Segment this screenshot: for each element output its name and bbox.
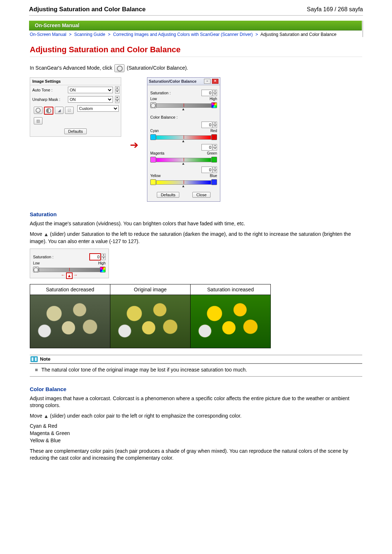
scroll-up-down[interactable]: ▴▾: [115, 86, 119, 94]
compare-h1: Saturation decreased: [30, 284, 110, 295]
breadcrumb-current: Adjusting Saturation and Color Balance: [260, 32, 336, 37]
compare-h3: Saturation increased: [191, 284, 271, 295]
unsharp-mask-select[interactable]: ON: [68, 96, 113, 103]
compare-image-increased: [191, 295, 270, 348]
pair-yellow-blue: Yellow & Blue: [30, 438, 362, 443]
intro-post: (Saturation/Color Balance).: [127, 65, 188, 71]
dialog-close-icon[interactable]: ✕: [212, 79, 219, 84]
dialog-defaults-button[interactable]: Defaults: [157, 192, 179, 198]
intro-line: In ScanGear's Advanced Mode, click (Satu…: [30, 64, 362, 72]
note-icon: [30, 356, 38, 362]
saturation-p2: Move ▲ (slider) under Saturation to the …: [30, 231, 362, 245]
ill-high: High: [98, 261, 106, 265]
breadcrumb-link-0[interactable]: On-Screen Manual: [30, 32, 66, 37]
arrow-right-icon: ➔: [130, 128, 138, 151]
dlg-cyan-red-slider[interactable]: ▲: [150, 134, 217, 142]
ill-saturation-input[interactable]: [89, 253, 101, 260]
note-box: Note ■ The natural color tone of the ori…: [30, 355, 362, 377]
section-saturation-heading: Saturation: [30, 211, 362, 217]
blue-swatch-icon: [211, 179, 217, 185]
saturation-compare-table: Saturation decreased Original image Satu…: [30, 284, 271, 348]
tool-final-review-icon[interactable]: [34, 117, 42, 124]
ill-saturation-label: Saturation :: [33, 255, 53, 259]
tool-histogram-icon[interactable]: [55, 107, 64, 114]
dlg-magenta-green-stepper[interactable]: ▴▾: [213, 144, 217, 151]
dlg-cyan-label: Cyan: [150, 129, 159, 133]
image-settings-defaults-button[interactable]: Defaults: [64, 128, 87, 134]
ill-sat-low-icon: [33, 267, 39, 272]
saturation-color-balance-icon: [114, 64, 124, 72]
dlg-magenta-label: Magenta: [150, 151, 164, 155]
page-title: Adjusting Saturation and Color Balance: [30, 45, 362, 57]
saturation-p1: Adjust the image's saturation (vividness…: [30, 220, 362, 227]
intro-pre: In ScanGear's Advanced Mode, click: [30, 65, 114, 71]
compare-h2: Original image: [110, 284, 191, 295]
dlg-red-label: Red: [211, 129, 217, 133]
yellow-swatch-icon: [150, 179, 156, 185]
dialog-title: Saturation/Color Balance: [149, 79, 196, 83]
preset-select[interactable]: Custom: [77, 105, 119, 112]
dlg-saturation-stepper[interactable]: ▴▾: [213, 90, 217, 96]
ill-saturation-slider[interactable]: ← ▲ →: [33, 266, 106, 274]
section-color-balance-heading: Color Balance: [30, 386, 362, 392]
green-swatch-icon: [211, 157, 217, 163]
dlg-saturation-input[interactable]: [201, 90, 212, 96]
tool-saturation-icon[interactable]: [34, 107, 42, 114]
ill-saturation-stepper[interactable]: ▴▾: [101, 254, 106, 260]
red-swatch-icon: [211, 134, 217, 140]
dialog-minimize-icon[interactable]: –: [204, 79, 211, 84]
bullet-icon: ■: [35, 367, 38, 373]
saturation-color-balance-dialog: Saturation/Color Balance – ✕ Saturation …: [147, 77, 220, 202]
dlg-cyan-red-input[interactable]: [201, 122, 212, 128]
dlg-yellow-blue-slider[interactable]: ▲: [150, 179, 217, 187]
dlg-magenta-green-slider[interactable]: ▲: [150, 156, 217, 164]
cb-p1: Adjust images that have a colorcast. Col…: [30, 395, 362, 409]
auto-tone-select[interactable]: ON: [68, 87, 113, 93]
dlg-blue-label: Blue: [210, 174, 217, 178]
pair-magenta-green: Magenta & Green: [30, 430, 362, 436]
dlg-saturation-high: High: [209, 97, 217, 101]
magenta-swatch-icon: [150, 157, 156, 163]
saturation-high-icon: [211, 102, 217, 108]
tool-tone-curve-icon[interactable]: [65, 107, 74, 114]
dlg-yellow-label: Yellow: [150, 174, 161, 178]
note-title: Note: [40, 356, 50, 362]
auto-tone-label: Auto Tone :: [32, 88, 66, 92]
image-settings-title: Image Settings: [30, 78, 121, 85]
compare-image-original: [110, 295, 190, 348]
saturation-illustration: Saturation : ▴▾ Low High ← ▲ →: [30, 249, 109, 278]
ill-low: Low: [33, 261, 40, 265]
breadcrumb-link-1[interactable]: Scanning Guide: [74, 32, 105, 37]
cb-p2: Move ▲ (slider) under each color pair to…: [30, 413, 362, 420]
dlg-saturation-label: Saturation :: [150, 91, 171, 95]
note-text: The natural color tone of the original i…: [41, 367, 247, 373]
image-settings-panel: Image Settings Auto Tone : ON ▴▾ Unsharp…: [30, 77, 121, 137]
dlg-cyan-red-stepper[interactable]: ▴▾: [213, 122, 217, 128]
breadcrumb-link-2[interactable]: Correcting Images and Adjusting Colors w…: [113, 32, 253, 37]
dlg-magenta-green-input[interactable]: [201, 144, 212, 151]
dlg-saturation-slider[interactable]: ▲: [150, 102, 217, 110]
dialog-close-button[interactable]: Close: [192, 192, 211, 198]
ill-sat-high-icon: [100, 267, 106, 272]
banner-title: On-Screen Manual: [29, 21, 362, 30]
dlg-color-balance-label: Color Balance :: [150, 115, 177, 119]
scroll-up-down-2[interactable]: ▴▾: [115, 96, 119, 103]
dlg-saturation-low: Low: [150, 97, 157, 101]
slider-icon: ▲: [44, 231, 49, 238]
breadcrumb: On-Screen Manual > Scanning Guide > Corr…: [29, 30, 362, 37]
compare-image-decreased: [30, 295, 110, 348]
page-counter: Sayfa 169 / 268 sayfa: [307, 6, 363, 13]
unsharp-mask-label: Unsharp Mask :: [32, 97, 66, 102]
tool-brightness-contrast-icon[interactable]: [44, 107, 53, 115]
dlg-yellow-blue-input[interactable]: [201, 167, 212, 173]
cyan-swatch-icon: [150, 134, 156, 140]
pair-cyan-red: Cyan & Red: [30, 423, 362, 429]
slider-icon-2: ▲: [44, 413, 49, 420]
dlg-green-label: Green: [207, 151, 217, 155]
dlg-yellow-blue-stepper[interactable]: ▴▾: [213, 167, 217, 173]
page-header-title: Adjusting Saturation and Color Balance: [29, 6, 146, 13]
saturation-low-icon: [150, 102, 156, 108]
cb-p3: These are complementary color pairs (eac…: [30, 448, 362, 461]
ill-arrows-icon: ← ▲ →: [33, 272, 106, 279]
